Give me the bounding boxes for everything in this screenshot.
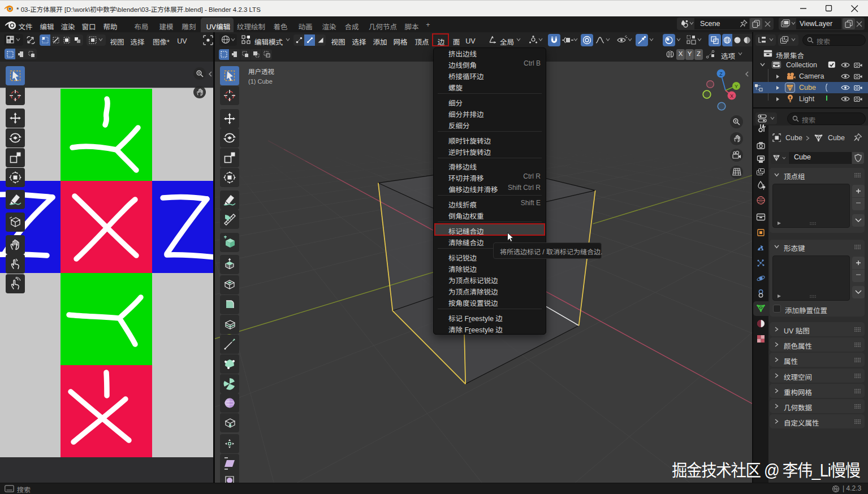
svg-text:Y: Y <box>735 84 738 89</box>
svg-text:Z: Z <box>719 71 723 77</box>
svg-text:X: X <box>730 93 733 99</box>
